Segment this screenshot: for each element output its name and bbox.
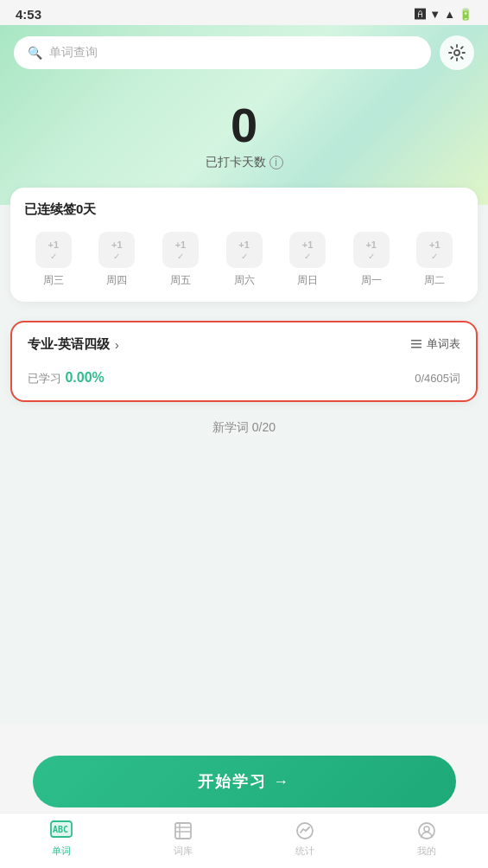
list-icon — [409, 337, 423, 351]
search-icon: 🔍 — [28, 46, 42, 60]
checkin-card: 已连续签0天 +1 ✓ 周三 +1 ✓ 周四 +1 ✓ — [10, 188, 478, 302]
list-item: +1 ✓ 周四 — [88, 232, 147, 288]
nav-label-profile: 我的 — [417, 845, 436, 858]
abc-icon: ABC — [50, 820, 73, 841]
chart-icon — [295, 820, 315, 841]
nav-item-stats[interactable]: 统计 — [244, 820, 366, 858]
day-label-mon: 周一 — [361, 273, 382, 288]
day-label-fri: 周五 — [170, 273, 191, 288]
bottom-nav: ABC 单词 词库 统计 我的 — [0, 813, 488, 868]
nav-item-library[interactable]: 词库 — [122, 820, 244, 858]
day-badge-fri: +1 ✓ — [162, 232, 199, 268]
study-book-name[interactable]: 专业-英语四级 › — [28, 336, 119, 353]
nav-item-profile[interactable]: 我的 — [366, 820, 488, 858]
list-item: +1 ✓ 周五 — [151, 232, 210, 288]
day-label-sat: 周六 — [234, 273, 255, 288]
svg-text:ABC: ABC — [53, 825, 68, 834]
info-icon[interactable]: i — [269, 156, 283, 169]
study-word-count: 0/4605词 — [415, 371, 460, 386]
day-check-icon: ✓ — [177, 252, 184, 261]
day-plus: +1 — [175, 239, 187, 250]
svg-rect-3 — [411, 347, 421, 348]
punch-number: 0 — [14, 101, 474, 150]
day-badge-tue: +1 ✓ — [416, 232, 453, 268]
day-plus: +1 — [302, 239, 314, 250]
day-plus: +1 — [48, 239, 60, 250]
nav-item-words[interactable]: ABC 单词 — [0, 820, 122, 858]
checkin-title: 已连续签0天 — [24, 201, 464, 218]
book-icon — [173, 820, 193, 841]
status-bar: 4:53 🅰 ▼ ▲ 🔋 — [0, 0, 488, 25]
svg-point-0 — [454, 50, 459, 55]
list-item: +1 ✓ 周六 — [215, 232, 274, 288]
new-words-text: 新学词 0/20 — [212, 420, 276, 434]
list-item: +1 ✓ 周一 — [342, 232, 401, 288]
day-check-icon: ✓ — [304, 252, 311, 261]
day-check-icon: ✓ — [368, 252, 375, 261]
day-label-wed: 周三 — [43, 273, 64, 288]
day-badge-sun: +1 ✓ — [289, 232, 326, 268]
day-badge-wed: +1 ✓ — [35, 232, 72, 268]
days-row: +1 ✓ 周三 +1 ✓ 周四 +1 ✓ 周五 — [24, 232, 464, 288]
battery-icon: 🔋 — [459, 8, 472, 21]
search-row: 🔍 单词查询 — [14, 25, 474, 84]
main-content: 已连续签0天 +1 ✓ 周三 +1 ✓ 周四 +1 ✓ — [0, 205, 488, 724]
punch-label: 已打卡天数 i — [14, 155, 474, 170]
status-time: 4:53 — [16, 7, 41, 22]
wifi-icon: ▼ — [429, 8, 440, 21]
keyboard-icon: 🅰 — [415, 8, 426, 21]
day-check-icon: ✓ — [431, 252, 438, 261]
list-item: +1 ✓ 周三 — [24, 232, 83, 288]
day-check-icon: ✓ — [113, 252, 120, 261]
word-list-label: 单词表 — [427, 336, 460, 352]
user-icon — [416, 820, 437, 841]
search-bar[interactable]: 🔍 单词查询 — [14, 36, 431, 69]
study-card-bottom: 已学习 0.00% 0/4605词 — [28, 370, 460, 386]
hero-section: 🔍 单词查询 0 已打卡天数 i — [0, 25, 488, 205]
study-progress-value: 0.00% — [65, 370, 104, 385]
day-badge-thu: +1 ✓ — [98, 232, 135, 268]
day-plus: +1 — [365, 239, 377, 250]
day-label-thu: 周四 — [106, 273, 127, 288]
day-badge-mon: +1 ✓ — [353, 232, 390, 268]
study-card-top: 专业-英语四级 › 单词表 — [28, 336, 460, 353]
day-label-tue: 周二 — [424, 273, 445, 288]
status-icons: 🅰 ▼ ▲ 🔋 — [415, 8, 472, 21]
punch-count-section: 0 已打卡天数 i — [14, 84, 474, 179]
day-check-icon: ✓ — [241, 252, 248, 261]
study-progress-label: 已学习 — [28, 372, 61, 385]
study-book-arrow: › — [115, 338, 119, 352]
gear-icon — [448, 44, 466, 61]
svg-point-13 — [424, 827, 429, 832]
list-item: +1 ✓ 周日 — [278, 232, 337, 288]
nav-label-library: 词库 — [174, 845, 193, 858]
search-placeholder-text: 单词查询 — [49, 45, 98, 61]
day-check-icon: ✓ — [50, 252, 57, 261]
svg-rect-7 — [175, 823, 191, 839]
start-button-container: 开始学习 → — [33, 756, 456, 807]
list-item: +1 ✓ 周二 — [405, 232, 464, 288]
nav-label-stats: 统计 — [295, 845, 314, 858]
new-words-row: 新学词 0/20 — [10, 412, 478, 453]
study-card: 专业-英语四级 › 单词表 已学习 0.00% 0/4605词 — [10, 321, 478, 402]
word-list-button[interactable]: 单词表 — [409, 336, 460, 352]
start-learning-button[interactable]: 开始学习 → — [33, 756, 456, 807]
day-badge-sat: +1 ✓ — [226, 232, 263, 268]
day-plus: +1 — [238, 239, 250, 250]
day-label-sun: 周日 — [297, 273, 318, 288]
study-book-title: 专业-英语四级 — [28, 336, 110, 353]
punch-label-text: 已打卡天数 — [206, 155, 266, 170]
svg-rect-1 — [411, 340, 421, 341]
study-progress: 已学习 0.00% — [28, 370, 105, 386]
signal-icon: ▲ — [444, 8, 455, 21]
svg-rect-2 — [411, 343, 421, 345]
day-plus: +1 — [429, 239, 440, 250]
day-plus: +1 — [111, 239, 123, 250]
nav-label-words: 单词 — [52, 845, 71, 858]
settings-button[interactable] — [440, 35, 474, 70]
